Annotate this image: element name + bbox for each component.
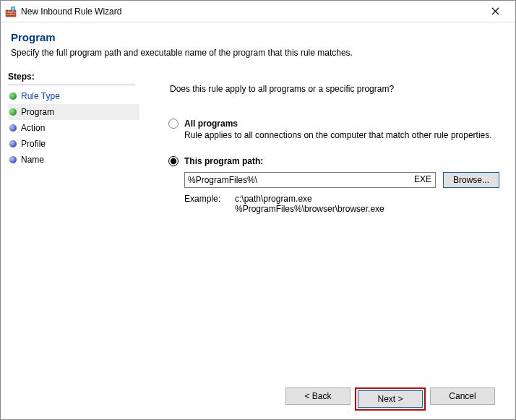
- example-row: Example: c:\path\program.exe %ProgramFil…: [184, 194, 499, 214]
- radio-this-program-path[interactable]: This program path:: [168, 156, 499, 166]
- cancel-button[interactable]: Cancel: [430, 387, 495, 405]
- body: Steps: Rule Type Program Action Profile: [1, 65, 515, 419]
- steps-list: Rule Type Program Action Profile Name: [8, 88, 139, 168]
- close-icon: [491, 7, 499, 15]
- header: Program Specify the full program path an…: [1, 22, 515, 65]
- step-label: Action: [21, 123, 45, 133]
- steps-heading: Steps:: [8, 69, 135, 85]
- steps-sidebar: Steps: Rule Type Program Action Profile: [1, 65, 139, 419]
- radio-this-program-path-label: This program path:: [184, 156, 263, 166]
- close-button[interactable]: [481, 1, 509, 22]
- step-name[interactable]: Name: [8, 152, 139, 168]
- footer-buttons: < Back Next > Cancel: [152, 382, 499, 412]
- step-profile[interactable]: Profile: [8, 136, 139, 152]
- step-label: Program: [21, 107, 54, 117]
- example-paths: c:\path\program.exe %ProgramFiles%\brows…: [235, 194, 384, 214]
- program-path-input-wrap: EXE: [184, 172, 436, 188]
- bullet-icon: [9, 93, 17, 100]
- page-subtitle: Specify the full program path and execut…: [11, 48, 505, 58]
- page-title: Program: [11, 31, 505, 43]
- titlebar: New Inbound Rule Wizard: [1, 1, 515, 22]
- step-label: Rule Type: [21, 91, 60, 101]
- step-action[interactable]: Action: [8, 120, 139, 136]
- step-label: Name: [21, 155, 44, 165]
- bullet-icon: [9, 124, 17, 132]
- radio-all-programs[interactable]: All programs: [168, 119, 499, 129]
- firewall-icon: [5, 6, 17, 17]
- bullet-icon: [9, 108, 17, 116]
- step-program[interactable]: Program: [8, 104, 139, 120]
- wizard-window: New Inbound Rule Wizard Program Specify …: [0, 0, 516, 420]
- bullet-icon: [9, 140, 17, 147]
- question-text: Does this rule apply to all programs or …: [170, 84, 499, 94]
- step-label: Profile: [21, 139, 46, 149]
- program-path-input[interactable]: [184, 172, 436, 188]
- program-path-row: EXE Browse...: [184, 172, 499, 188]
- main-panel: Does this rule apply to all programs or …: [139, 65, 515, 419]
- window-title: New Inbound Rule Wizard: [21, 7, 481, 17]
- back-button[interactable]: < Back: [285, 387, 351, 405]
- bullet-icon: [9, 156, 17, 163]
- radio-all-programs-label: All programs: [184, 119, 238, 129]
- step-rule-type[interactable]: Rule Type: [8, 88, 139, 104]
- radio-this-program-path-input[interactable]: [168, 156, 179, 166]
- radio-all-programs-desc: Rule applies to all connections on the c…: [184, 130, 499, 140]
- next-button[interactable]: Next >: [358, 390, 423, 408]
- browse-button[interactable]: Browse...: [443, 172, 499, 188]
- radio-all-programs-input[interactable]: [168, 119, 179, 129]
- next-button-highlight: Next >: [355, 387, 426, 411]
- example-label: Example:: [184, 194, 235, 214]
